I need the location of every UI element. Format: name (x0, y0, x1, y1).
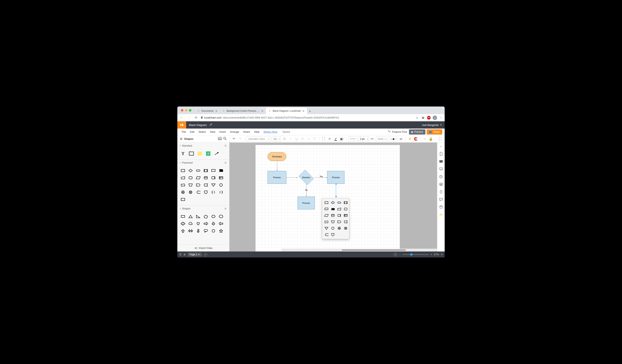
manualinput-shape-icon[interactable] (179, 174, 187, 181)
maximize-window-icon[interactable] (189, 109, 191, 111)
lock-icon[interactable]: 🔒 (428, 137, 433, 141)
minimize-window-icon[interactable] (185, 109, 187, 111)
popup-papertape-icon[interactable] (323, 219, 330, 225)
close-tab-icon[interactable]: ✕ (261, 109, 264, 112)
flash-icon[interactable]: ⚡ (408, 137, 412, 141)
fill-select[interactable]: None (376, 137, 387, 141)
align-button[interactable]: ≡ (306, 137, 311, 141)
zoom-out-button[interactable]: − (399, 253, 401, 256)
history-icon[interactable] (439, 174, 444, 179)
help-icon[interactable]: ∧ (393, 253, 397, 256)
font-select[interactable]: Liberation Sans (247, 137, 271, 141)
user-menu[interactable]: Joel Bangerter ▼ (422, 124, 445, 127)
delay-shape-icon[interactable] (194, 182, 202, 188)
downarrow-shape-icon[interactable] (210, 220, 217, 227)
connector-handle[interactable] (335, 183, 337, 185)
section-header-shapes[interactable]: Shapes ✕ (177, 205, 229, 212)
app-logo-icon[interactable] (177, 121, 186, 128)
process-node-2[interactable]: Process (327, 171, 345, 184)
page-selector[interactable]: Page 1 ▼ (188, 253, 202, 256)
preparation-shape-icon[interactable] (187, 174, 194, 181)
terminator-node[interactable]: Terminator (268, 152, 286, 161)
process-node-3[interactable]: Process (298, 197, 315, 209)
brace-shape-icon[interactable] (210, 189, 217, 196)
database-shape-icon[interactable] (202, 174, 209, 181)
connector-shape-icon[interactable] (217, 182, 225, 188)
underline-button[interactable]: U (294, 137, 299, 141)
close-section-icon[interactable]: ✕ (224, 161, 227, 164)
popup-sumjunction-icon[interactable] (343, 225, 349, 231)
octagon-shape-icon[interactable] (217, 213, 225, 220)
conditional-icon[interactable]: ⭘ (422, 137, 427, 141)
add-page-button[interactable]: + (204, 253, 207, 256)
menu-arrange[interactable]: Arrange (228, 130, 241, 133)
leftrightarrow-shape-icon[interactable] (187, 227, 194, 234)
forward-button[interactable]: → (186, 115, 191, 120)
decision-shape-icon[interactable] (187, 167, 194, 174)
browser-tab-background[interactable]: ✦ Background Check Process Flo ✕ (220, 108, 266, 114)
document-shape-icon[interactable] (210, 167, 217, 174)
connector-handle[interactable] (335, 196, 337, 198)
cross-shape-icon[interactable] (179, 220, 187, 227)
menu-view[interactable]: View (208, 130, 217, 133)
heart-shape-icon[interactable] (194, 220, 202, 227)
predefined-shape-icon[interactable] (202, 167, 209, 174)
popup-process-icon[interactable] (323, 200, 330, 206)
magic-icon[interactable]: ✨ (439, 212, 444, 217)
page-icon[interactable] (439, 151, 444, 156)
display-shape-icon[interactable] (194, 189, 202, 196)
section-header-flowchart[interactable]: Flowchart ✕ (177, 160, 229, 166)
arrowstyle-select[interactable]: —▶ (388, 137, 397, 141)
document-title[interactable]: Blank Diagram (186, 124, 210, 127)
close-window-icon[interactable] (181, 109, 183, 111)
edit-title-icon[interactable] (210, 123, 213, 127)
new-tab-button[interactable]: + (307, 109, 312, 114)
uparrow-shape-icon[interactable] (179, 227, 187, 234)
offpage-shape-icon[interactable] (202, 189, 209, 196)
popup-storeddata-icon[interactable] (343, 219, 349, 225)
abp-extension-icon[interactable]: ABP (427, 116, 431, 120)
bold-button[interactable]: B (282, 137, 287, 141)
process-node-1[interactable]: Process (268, 171, 286, 184)
present-button[interactable]: ▶ Present (409, 129, 426, 135)
star-shape-icon[interactable] (217, 227, 225, 234)
menu-help[interactable]: Help (252, 130, 261, 133)
database-icon[interactable] (439, 205, 444, 209)
directdata-shape-icon[interactable] (210, 174, 217, 181)
menu-select[interactable]: Select (196, 130, 208, 133)
linewidth-input[interactable]: 2 px (359, 137, 369, 141)
gear-icon[interactable]: ⚙ (180, 137, 183, 141)
rightarrow-shape-icon[interactable] (202, 220, 209, 227)
textcolor-button[interactable]: A (300, 137, 305, 141)
canvas-page[interactable]: Terminator Process Decision Yes Process … (255, 145, 400, 252)
import-data-button[interactable]: ➜] Import Data (177, 244, 229, 252)
reload-button[interactable]: ⟳ (193, 115, 199, 120)
section-header-standard[interactable]: Standard ✕ (177, 143, 229, 149)
redo-button[interactable]: ↷ (237, 137, 242, 141)
linetype-button[interactable] (370, 137, 375, 141)
list-view-icon[interactable]: ☰ (179, 253, 182, 256)
browser-menu-icon[interactable]: ⋮ (439, 116, 443, 120)
image-icon[interactable] (218, 137, 222, 141)
canvas-area[interactable]: Terminator Process Decision Yes Process … (230, 143, 437, 252)
leftarrow-shape-icon[interactable] (217, 220, 225, 227)
url-field[interactable]: lucidchart.com/documents/edit/8fc27e05-5… (201, 116, 413, 119)
papertape-shape-icon[interactable] (179, 182, 187, 188)
popup-database-icon[interactable] (330, 212, 336, 218)
cloud-shape-icon[interactable] (187, 220, 194, 227)
grid-view-icon[interactable]: ⊞ (184, 253, 186, 256)
popup-offpage-icon[interactable] (330, 232, 336, 238)
text-shape-icon[interactable]: T (179, 150, 187, 157)
horizontal-scrollbar[interactable] (282, 249, 437, 252)
popup-document-icon[interactable] (323, 206, 330, 212)
popup-delay-icon[interactable] (336, 219, 342, 225)
share-button[interactable]: 👥 Share (427, 129, 442, 135)
block-shape-icon[interactable] (188, 150, 195, 157)
connector[interactable] (277, 161, 277, 171)
style-icon[interactable] (439, 189, 444, 194)
note-shape-icon[interactable] (196, 150, 203, 157)
undo-button[interactable]: ↶ (232, 137, 236, 141)
popup-predefined-icon[interactable] (343, 200, 349, 206)
comment-icon[interactable] (439, 197, 444, 202)
fontsize-select[interactable]: 8pt (272, 137, 281, 141)
